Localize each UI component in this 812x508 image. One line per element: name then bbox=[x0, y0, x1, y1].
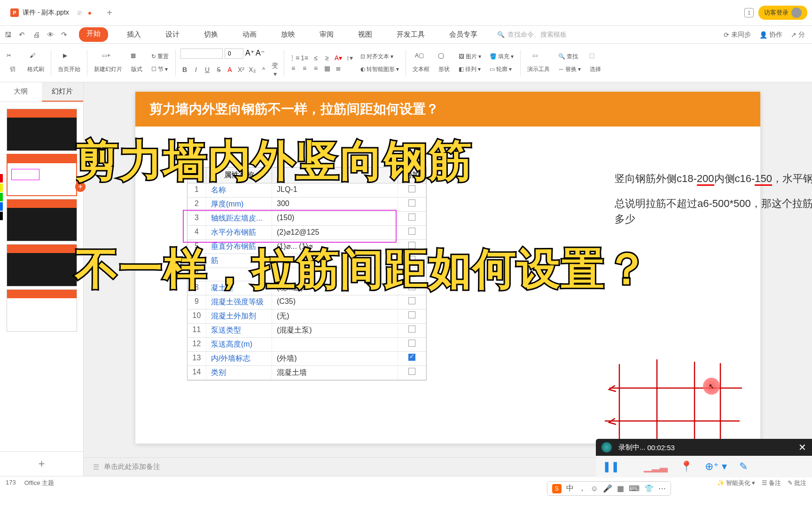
font-size-input[interactable] bbox=[225, 48, 243, 59]
checkbox[interactable] bbox=[408, 354, 415, 361]
font-color-icon[interactable]: A bbox=[226, 66, 234, 73]
reset-button[interactable]: ↻ 重置 bbox=[149, 52, 171, 62]
align-left-icon[interactable]: ≡ bbox=[289, 64, 297, 72]
share-button[interactable]: ↗ 分 bbox=[791, 31, 805, 39]
checkbox[interactable] bbox=[408, 228, 415, 235]
undo-icon[interactable]: ↶ bbox=[19, 31, 27, 39]
underline-icon[interactable]: U bbox=[203, 66, 211, 73]
replace-button[interactable]: ↔ 替换 ▾ bbox=[556, 64, 583, 74]
indent-dec-icon[interactable]: ≤ bbox=[312, 54, 320, 62]
checkbox[interactable] bbox=[408, 199, 415, 206]
tab-insert[interactable]: 插入 bbox=[121, 27, 147, 42]
ime-toolbar[interactable]: S 中 ， ☺ 🎤 ▦ ⌨ 👕 ⋯ bbox=[547, 481, 671, 496]
pointer-icon[interactable]: 📍 bbox=[680, 460, 693, 473]
smart-shape-button[interactable]: ◐ 转智能图形 ▾ bbox=[359, 64, 401, 74]
add-tab-button[interactable]: + bbox=[107, 8, 112, 18]
textbox-button[interactable]: A▢文本框 bbox=[409, 50, 433, 75]
tab-transition[interactable]: 切换 bbox=[198, 27, 224, 42]
comments-toggle[interactable]: ✎ 批注 bbox=[788, 479, 806, 487]
bold-icon[interactable]: B bbox=[180, 66, 189, 73]
ime-item[interactable]: ☺ bbox=[591, 484, 598, 493]
tab-animation[interactable]: 动画 bbox=[237, 27, 262, 42]
slide-canvas[interactable]: 剪力墙内外竖向钢筋不一样，拉筋间距如何设置？ 属性名称 附加 1 名称 JLQ-… bbox=[135, 92, 760, 444]
search-input[interactable]: 查找命令、搜索模板 bbox=[497, 31, 567, 39]
highlight-icon[interactable]: A▾ bbox=[334, 54, 343, 62]
checkbox[interactable] bbox=[408, 242, 415, 249]
guest-login-button[interactable]: 访客登录 bbox=[758, 6, 807, 20]
audio-levels-icon[interactable]: ▁▂▃ bbox=[644, 460, 668, 473]
font-name-input[interactable] bbox=[180, 48, 223, 59]
shape-button[interactable]: ◯形状 bbox=[434, 50, 454, 75]
find-button[interactable]: 🔍 查找 bbox=[556, 52, 583, 62]
recorder-close-button[interactable]: ✕ bbox=[798, 442, 806, 453]
ime-item[interactable]: 中 bbox=[566, 484, 574, 493]
from-current-button[interactable]: ▶当页开始 bbox=[54, 50, 84, 75]
select-button[interactable]: ⬚选择 bbox=[586, 50, 605, 75]
cut-button[interactable]: ✂切 bbox=[3, 50, 23, 75]
tab-slideshow[interactable]: 放映 bbox=[275, 27, 301, 42]
file-tab[interactable]: P 课件 - 副本.pptx ⎚ ● bbox=[5, 6, 97, 20]
italic-icon[interactable]: I bbox=[192, 66, 200, 73]
notes-toggle[interactable]: ☰ 备注 bbox=[762, 479, 781, 487]
new-slide-button[interactable]: ▭+新建幻灯片 bbox=[90, 50, 126, 75]
tab-developer[interactable]: 开发工具 bbox=[391, 27, 430, 42]
checkbox[interactable] bbox=[408, 325, 415, 333]
thumbnail-list[interactable] bbox=[0, 102, 83, 451]
convert-icon[interactable]: 变▾ bbox=[271, 62, 279, 78]
recorder-widget[interactable]: 录制中... 00:02:53 ✕ ❚❚ ▁▂▃ 📍 ⊕⁺ ▾ ✎ bbox=[596, 439, 812, 477]
checkbox[interactable] bbox=[408, 297, 415, 304]
superscript-icon[interactable]: X² bbox=[237, 66, 245, 73]
checkbox[interactable] bbox=[408, 368, 415, 375]
checkbox[interactable] bbox=[408, 185, 415, 192]
numbering-icon[interactable]: 1≡ bbox=[300, 54, 309, 62]
layout-button[interactable]: ▦版式 bbox=[127, 50, 147, 75]
align-center-icon[interactable]: ≡ bbox=[300, 64, 309, 72]
thumbnail[interactable] bbox=[7, 244, 77, 286]
ime-item[interactable]: ⋯ bbox=[658, 484, 666, 493]
strike-icon[interactable]: S̶ bbox=[214, 66, 223, 73]
ime-item[interactable]: ▦ bbox=[617, 484, 624, 493]
smart-beautify-button[interactable]: ✨ 智能美化 ▾ bbox=[717, 479, 755, 487]
justify-icon[interactable]: ▦ bbox=[323, 64, 331, 72]
section-button[interactable]: ☐ 节 ▾ bbox=[149, 64, 171, 74]
ime-item[interactable]: 🎤 bbox=[603, 484, 612, 493]
arrange-button[interactable]: ◧ 排列 ▾ bbox=[457, 64, 483, 74]
tab-view[interactable]: 视图 bbox=[352, 27, 378, 42]
pen-icon[interactable]: ✎ bbox=[739, 460, 748, 473]
thumbnail[interactable] bbox=[7, 199, 77, 241]
thumbnail[interactable] bbox=[7, 154, 77, 196]
save-icon[interactable]: 🖫 bbox=[5, 31, 13, 39]
preview-icon[interactable]: 👁 bbox=[47, 31, 55, 39]
checkbox[interactable] bbox=[408, 270, 415, 277]
outline-button[interactable]: ▭ 轮廓 ▾ bbox=[488, 64, 515, 74]
window-mode-icon[interactable]: 1 bbox=[744, 8, 754, 17]
add-record-icon[interactable]: ⊕⁺ ▾ bbox=[705, 460, 727, 473]
sync-status[interactable]: ⟳ 未同步 bbox=[724, 31, 751, 39]
checkbox[interactable] bbox=[408, 214, 415, 221]
tab-vip[interactable]: 会员专享 bbox=[444, 27, 483, 42]
pause-button[interactable]: ❚❚ bbox=[602, 460, 619, 473]
line-spacing-icon[interactable]: ↕▾ bbox=[345, 54, 354, 62]
ime-item[interactable]: ⌨ bbox=[629, 484, 640, 493]
checkbox[interactable] bbox=[408, 256, 415, 263]
subscript-icon[interactable]: X₂ bbox=[248, 66, 257, 73]
redo-icon[interactable]: ↷ bbox=[61, 31, 70, 39]
decrease-font-icon[interactable]: A⁻ bbox=[256, 48, 264, 59]
thumbnail[interactable] bbox=[7, 289, 77, 332]
format-painter-button[interactable]: 🖌格式刷 bbox=[23, 50, 48, 75]
collaborate-button[interactable]: 👤 协作 bbox=[759, 31, 782, 39]
outline-tab[interactable]: 大纲 bbox=[0, 82, 42, 102]
print-icon[interactable]: 🖨 bbox=[33, 31, 41, 39]
image-button[interactable]: 🖼 图片 ▾ bbox=[457, 52, 483, 62]
add-slide-button[interactable]: + bbox=[0, 451, 83, 476]
increase-font-icon[interactable]: A⁺ bbox=[245, 48, 254, 59]
checkbox[interactable] bbox=[408, 311, 415, 318]
slides-tab[interactable]: 幻灯片 bbox=[42, 82, 84, 102]
present-tools-button[interactable]: ▭演示工具 bbox=[523, 50, 554, 75]
checkbox[interactable] bbox=[408, 283, 415, 290]
align-right-icon[interactable]: ≡ bbox=[312, 64, 320, 72]
ime-item[interactable]: 👕 bbox=[644, 484, 654, 493]
tab-home[interactable]: 开始 bbox=[79, 27, 108, 42]
add-after-thumb-button[interactable]: + bbox=[75, 182, 86, 192]
clear-format-icon[interactable]: ᴬ bbox=[259, 66, 268, 73]
